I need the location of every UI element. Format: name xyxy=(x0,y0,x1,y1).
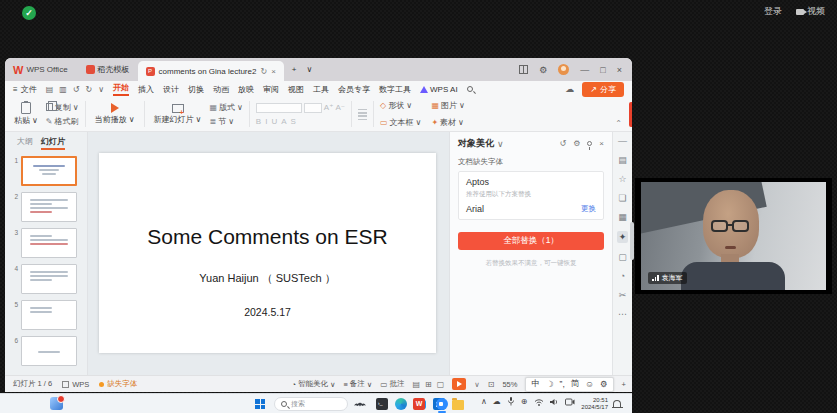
paste-button[interactable]: 粘贴∨ xyxy=(11,102,41,126)
strikethrough-button[interactable]: S xyxy=(291,117,296,126)
close-window-button[interactable]: × xyxy=(617,65,622,75)
thumbnail-row-5[interactable]: 5 xyxy=(11,300,87,330)
clip-icon[interactable]: ✂ xyxy=(619,290,627,300)
minimize-button[interactable]: — xyxy=(580,65,589,75)
tab-slideshow[interactable]: 放映 xyxy=(238,84,254,95)
wps-ai-button[interactable]: WPS AI xyxy=(420,85,458,94)
tab-animation[interactable]: 动画 xyxy=(213,84,229,95)
collapse-sidebar-icon[interactable]: — xyxy=(618,136,627,146)
underline-button[interactable]: U xyxy=(271,117,277,126)
zoom-level[interactable]: 55% xyxy=(502,380,517,389)
section-button[interactable]: ≣ 节∨ xyxy=(209,116,242,127)
wifi-icon[interactable] xyxy=(534,398,544,406)
ime-settings-gear-icon[interactable]: ⚙ xyxy=(600,379,608,389)
pin-icon[interactable] xyxy=(587,141,592,146)
more-icons-button[interactable]: ⋯ xyxy=(618,309,627,319)
slide-title[interactable]: Some Comments on ESR xyxy=(99,225,436,249)
slide[interactable]: Some Comments on ESR Yuan Haijun （ SUSTe… xyxy=(99,153,436,353)
ime-fullwidth-moon-icon[interactable]: ☽ xyxy=(546,379,554,389)
maximize-button[interactable]: □ xyxy=(600,65,605,75)
tab-list-dropdown[interactable]: ∨ xyxy=(304,58,314,81)
thumbnail-row-1[interactable]: 1 xyxy=(11,156,87,186)
tab-digital-tools[interactable]: 数字工具 xyxy=(379,84,411,95)
help-icon[interactable]: ◔ xyxy=(620,271,625,281)
animation-pane-icon[interactable]: ❏ xyxy=(618,193,626,203)
wps-logo[interactable]: W WPS Office xyxy=(13,64,68,76)
slide-author[interactable]: Yuan Haijun （ SUSTech ） xyxy=(99,271,436,286)
wps-collaboration-status[interactable]: WPS xyxy=(62,380,89,389)
webcam-tile[interactable]: 袁海军 xyxy=(635,178,832,294)
workspace-icon[interactable] xyxy=(519,65,528,74)
slide-thumbnail[interactable] xyxy=(21,192,77,222)
normal-view-icon[interactable]: ▤ xyxy=(412,380,420,389)
ime-language-toggle[interactable]: 中 xyxy=(531,378,540,390)
zoom-in-button[interactable]: + xyxy=(622,380,626,389)
align-center-icon[interactable] xyxy=(358,113,367,114)
taskbar-clock[interactable]: 20:51 2024/5/17 xyxy=(576,397,608,411)
format-painter-button[interactable]: ✎ 格式刷 xyxy=(46,116,79,127)
sync-icon[interactable]: ↻ xyxy=(260,67,267,76)
edge-browser-icon[interactable] xyxy=(395,398,407,410)
file-explorer-icon[interactable] xyxy=(452,400,464,410)
search-icon[interactable] xyxy=(467,86,473,92)
pane-title-dropdown-icon[interactable]: ∨ xyxy=(497,139,504,149)
notification-app-icon[interactable] xyxy=(50,397,63,410)
properties-icon[interactable]: ▤ xyxy=(618,155,627,165)
material-button[interactable]: ✦ 素材∨ xyxy=(431,117,464,128)
align-left-icon[interactable] xyxy=(358,109,367,110)
camera-tray-icon[interactable] xyxy=(565,398,575,406)
video-button[interactable]: 视频 xyxy=(796,5,825,18)
notification-bell-icon[interactable] xyxy=(613,400,621,407)
scrollbar-thumb[interactable] xyxy=(630,222,634,260)
redo-icon[interactable]: ↻ xyxy=(86,85,93,94)
replace-all-button[interactable]: 全部替换（1） xyxy=(458,232,604,250)
design-pane-icon[interactable]: ▦ xyxy=(618,212,627,222)
slideshow-play-button[interactable] xyxy=(452,378,466,390)
thumbnail-row-2[interactable]: 2 xyxy=(11,192,87,222)
share-button[interactable]: ↗ 分享 xyxy=(582,82,624,97)
tab-insert[interactable]: 插入 xyxy=(138,84,154,95)
tab-view[interactable]: 视图 xyxy=(288,84,304,95)
pane-gear-icon[interactable]: ⚙ xyxy=(573,139,580,148)
meeting-app-icon[interactable] xyxy=(436,398,448,410)
slide-thumbnail[interactable] xyxy=(21,264,77,294)
ime-emoji-icon[interactable]: ☺ xyxy=(585,379,594,389)
close-pane-icon[interactable]: × xyxy=(599,139,604,148)
favorites-star-icon[interactable]: ☆ xyxy=(618,174,626,184)
thumbnail-row-3[interactable]: 3 xyxy=(11,228,87,258)
new-tab-button[interactable]: + xyxy=(284,58,305,81)
play-from-current-button[interactable]: 当前播放∨ xyxy=(92,103,138,125)
tab-outline[interactable]: 大纲 xyxy=(17,136,33,150)
slide-date[interactable]: 2024.5.17 xyxy=(99,306,436,318)
settings-gear-icon[interactable]: ⚙ xyxy=(539,65,547,75)
login-button[interactable]: 登录 xyxy=(764,5,782,18)
save-icon[interactable]: ▤ xyxy=(46,85,54,94)
slide-thumbnail[interactable] xyxy=(21,228,77,258)
new-slide-button[interactable]: 新建幻灯片∨ xyxy=(151,104,205,125)
terminal-app-icon[interactable] xyxy=(376,398,388,410)
bold-button[interactable]: B xyxy=(256,117,261,126)
tab-home[interactable]: 开始 xyxy=(113,82,129,96)
layout-button[interactable]: ▦ 版式∨ xyxy=(209,102,242,113)
collapse-ribbon-icon[interactable]: ⌃ xyxy=(615,119,622,128)
wps-taskbar-icon[interactable]: W xyxy=(413,398,425,410)
tab-transition[interactable]: 切换 xyxy=(188,84,204,95)
slide-thumbnail[interactable] xyxy=(21,336,77,366)
tab-document-active[interactable]: P comments on Gina lecture2 ↻ × xyxy=(138,61,284,81)
tab-docer-templates[interactable]: 稻壳模板 xyxy=(78,58,138,81)
beautify-pane-icon[interactable]: ✦ xyxy=(617,231,629,243)
tab-membership[interactable]: 会员专享 xyxy=(338,84,370,95)
thumbnail-row-4[interactable]: 4 xyxy=(11,264,87,294)
ime-simplified-toggle[interactable]: 简 xyxy=(571,378,580,390)
notes-button[interactable]: ≡ 备注∨ xyxy=(343,379,372,389)
history-icon[interactable]: ↺ xyxy=(559,139,566,148)
missing-font-warning[interactable]: 缺失字体 xyxy=(99,379,137,389)
font-size-select[interactable] xyxy=(304,103,322,113)
copy-button[interactable]: 复制∨ xyxy=(46,102,79,113)
microphone-icon[interactable] xyxy=(507,397,515,406)
textbox-button[interactable]: ▭ 文本框∨ xyxy=(380,117,421,128)
network-globe-icon[interactable]: ⊕ xyxy=(521,397,528,406)
decrease-font-icon[interactable]: A⁻ xyxy=(335,103,345,112)
smart-beautify-button[interactable]: ◔ 智能美化∨ xyxy=(291,379,335,389)
tab-slides[interactable]: 幻灯片 xyxy=(41,136,65,150)
